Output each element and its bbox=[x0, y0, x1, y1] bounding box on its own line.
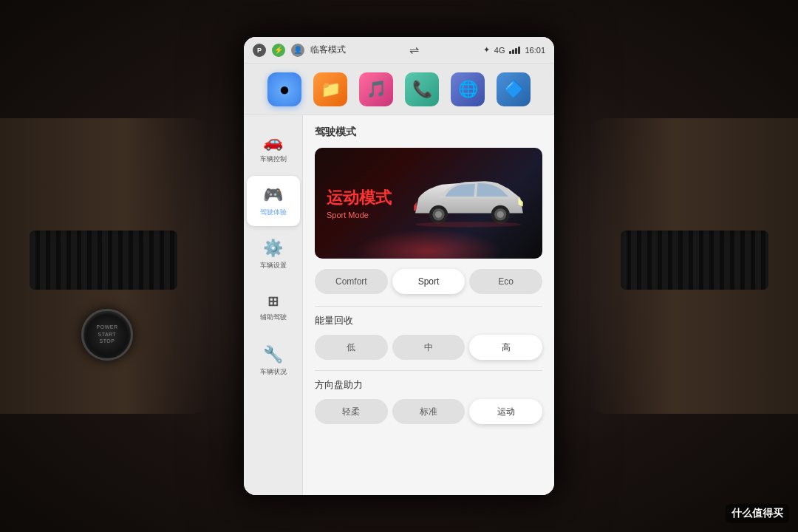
svg-point-5 bbox=[497, 211, 504, 218]
parking-icon: P bbox=[253, 44, 266, 57]
content-panel: 驾驶模式 运动模式 Sport Mode bbox=[303, 115, 554, 495]
charging-icon: ⚡ bbox=[272, 44, 285, 57]
sidebar-label-vehicle-settings: 车辆设置 bbox=[260, 261, 287, 270]
sidebar-label-vehicle-status: 车辆状况 bbox=[260, 367, 287, 377]
signal-bar-2 bbox=[512, 50, 514, 54]
steering-wheel-icon: 🎮 bbox=[263, 185, 283, 205]
sidebar: 🚗 车辆控制 🎮 驾驶体验 ⚙️ 车辆设置 ⊞ 辅助驾驶 🔧 车辆状况 bbox=[244, 115, 303, 495]
steering-assist-title: 方向盘助力 bbox=[315, 378, 542, 392]
energy-recovery-title: 能量回收 bbox=[315, 314, 542, 327]
app-bar: ● 📁 🎵 📞 🌐 🔷 bbox=[244, 64, 554, 115]
steering-soft-button[interactable]: 轻柔 bbox=[315, 399, 388, 424]
watermark: 什么值得买 bbox=[726, 504, 789, 523]
drive-mode-en: Sport Mode bbox=[327, 211, 392, 219]
car-image bbox=[402, 163, 535, 244]
drive-mode-banner: 运动模式 Sport Mode bbox=[315, 148, 542, 259]
drive-mode-text: 运动模式 Sport Mode bbox=[327, 187, 392, 219]
app-phone[interactable]: 📞 bbox=[405, 72, 439, 106]
sidebar-label-driving-experience: 驾驶体验 bbox=[260, 208, 287, 217]
power-button-text: POWER START STOP bbox=[97, 324, 118, 345]
app-camera[interactable]: 🌐 bbox=[451, 72, 485, 106]
divider-1 bbox=[315, 306, 542, 307]
drive-mode-cn: 运动模式 bbox=[327, 187, 392, 209]
app-music[interactable]: 🎵 bbox=[359, 72, 393, 106]
status-icon: 🔧 bbox=[263, 345, 283, 364]
energy-high-button[interactable]: 高 bbox=[469, 335, 542, 360]
sidebar-item-vehicle-control[interactable]: 🚗 车辆控制 bbox=[247, 123, 300, 173]
signal-bar-4 bbox=[518, 47, 520, 54]
vent-left bbox=[30, 231, 177, 290]
sidebar-item-vehicle-settings[interactable]: ⚙️ 车辆设置 bbox=[247, 229, 300, 279]
gear-icon: ⚙️ bbox=[263, 239, 283, 258]
assist-icon: ⊞ bbox=[267, 293, 279, 310]
sidebar-label-driving-assist: 辅助驾驶 bbox=[260, 313, 287, 322]
energy-low-button[interactable]: 低 bbox=[315, 335, 388, 360]
status-right: ✦ 4G 16:01 bbox=[483, 45, 545, 55]
shuffle-icon: ⇌ bbox=[409, 43, 419, 57]
divider-2 bbox=[315, 370, 542, 371]
guest-mode-label: 临客模式 bbox=[310, 44, 346, 56]
user-icon: 👤 bbox=[291, 44, 304, 57]
power-button[interactable]: POWER START STOP bbox=[81, 309, 133, 361]
app-settings-hex[interactable]: 🔷 bbox=[497, 72, 531, 106]
svg-point-6 bbox=[415, 222, 522, 227]
steering-sport-button[interactable]: 运动 bbox=[469, 399, 542, 424]
car-icon: 🚗 bbox=[263, 132, 283, 151]
sidebar-item-driving-experience[interactable]: 🎮 驾驶体验 bbox=[247, 176, 300, 226]
section-title: 驾驶模式 bbox=[315, 126, 542, 139]
sidebar-label-vehicle-control: 车辆控制 bbox=[260, 154, 287, 164]
bluetooth-icon: ✦ bbox=[483, 45, 490, 55]
sidebar-item-vehicle-status[interactable]: 🔧 车辆状况 bbox=[247, 335, 300, 386]
app-files[interactable]: 📁 bbox=[313, 72, 347, 106]
signal-bars bbox=[509, 47, 520, 54]
status-left: P ⚡ 👤 临客模式 bbox=[253, 44, 346, 57]
app-home[interactable]: ● bbox=[267, 72, 301, 106]
comfort-button[interactable]: Comfort bbox=[315, 269, 388, 294]
energy-recovery-selector: 低 中 高 bbox=[315, 335, 542, 360]
sport-button[interactable]: Sport bbox=[392, 269, 466, 294]
sidebar-item-driving-assist[interactable]: ⊞ 辅助驾驶 bbox=[247, 282, 300, 332]
eco-button[interactable]: Eco bbox=[469, 269, 542, 294]
steering-standard-button[interactable]: 标准 bbox=[392, 399, 466, 424]
infotainment-screen: P ⚡ 👤 临客模式 ⇌ ✦ 4G 16:01 ● 📁 🎵 📞 🌐 🔷 bbox=[244, 37, 554, 495]
vent-right bbox=[621, 231, 768, 290]
time-label: 16:01 bbox=[525, 46, 545, 55]
signal-bar-3 bbox=[515, 48, 517, 54]
svg-point-2 bbox=[435, 211, 442, 218]
status-bar: P ⚡ 👤 临客模式 ⇌ ✦ 4G 16:01 bbox=[244, 37, 554, 64]
energy-medium-button[interactable]: 中 bbox=[392, 335, 466, 360]
signal-bar-1 bbox=[509, 51, 511, 54]
steering-assist-selector: 轻柔 标准 运动 bbox=[315, 399, 542, 424]
drive-mode-selector: Comfort Sport Eco bbox=[315, 269, 542, 294]
main-content: 🚗 车辆控制 🎮 驾驶体验 ⚙️ 车辆设置 ⊞ 辅助驾驶 🔧 车辆状况 bbox=[244, 115, 554, 495]
network-label: 4G bbox=[494, 46, 505, 55]
